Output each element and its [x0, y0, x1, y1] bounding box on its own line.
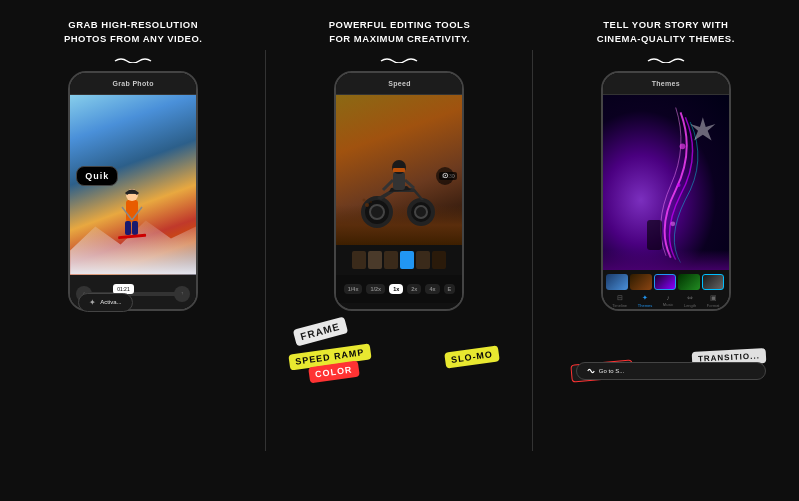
column-speed: POWERFUL EDITING TOOLS FOR MAXIMUM CREAT…: [266, 0, 532, 501]
speed-btn-1x[interactable]: 1x: [389, 284, 403, 294]
strip-6: [432, 251, 446, 269]
light-trails-svg: [603, 100, 729, 270]
column-grab-photo: GRAB HIGH-RESOLUTION PHOTOS FROM ANY VID…: [0, 0, 266, 501]
svg-point-10: [415, 206, 427, 218]
phone-frame-3: Themes: [601, 71, 731, 311]
activate-badge-3[interactable]: Go to S...: [576, 362, 766, 380]
svg-rect-3: [132, 221, 138, 235]
speed-btn-4x[interactable]: 4x: [425, 284, 439, 294]
phone-screen-3: Themes: [603, 73, 729, 309]
speed-btn-half[interactable]: 1/2x: [366, 284, 385, 294]
svg-point-18: [363, 198, 366, 201]
wave-icon: [587, 367, 595, 375]
nav-item-themes[interactable]: ✦ Themes: [638, 294, 652, 308]
skier-svg: [114, 185, 149, 250]
phone-frame-1: Grab Photo: [68, 71, 198, 311]
sticker-slomo: SLO-MO: [445, 345, 501, 368]
timeline-strip: [352, 251, 446, 269]
phone2-icons: ⊙: [436, 167, 454, 185]
strip-4: [400, 251, 414, 269]
main-container: GRAB HIGH-RESOLUTION PHOTOS FROM ANY VID…: [0, 0, 799, 501]
theme-thumbnails: [603, 270, 729, 292]
theme-thumb-3[interactable]: [654, 274, 676, 290]
squiggle-1: [113, 55, 153, 63]
phone2-timeline: [336, 245, 462, 275]
strip-2: [368, 251, 382, 269]
theme-thumb-5[interactable]: [702, 274, 724, 290]
col3-title: TELL YOUR STORY WITH CINEMA-QUALITY THEM…: [597, 18, 735, 47]
speed-btn-quarter[interactable]: 1/4x: [344, 284, 363, 294]
phone3-image: [603, 95, 729, 270]
svg-point-22: [670, 221, 675, 226]
svg-point-17: [365, 203, 369, 207]
format-icon: ▣: [710, 294, 717, 302]
phone3-bottom: ⊟ Timeline ✦ Themes ♪ Music ⇔: [603, 270, 729, 309]
activate-badge-1[interactable]: ✦ Activa...: [78, 293, 132, 312]
strip-1: [352, 251, 366, 269]
col1-title: GRAB HIGH-RESOLUTION PHOTOS FROM ANY VID…: [64, 18, 203, 47]
svg-point-8: [370, 205, 384, 219]
person-silhouette: [647, 220, 662, 250]
quik-badge: Quik: [76, 166, 118, 186]
nav-item-format[interactable]: ▣ Format: [707, 294, 720, 308]
column-themes: TELL YOUR STORY WITH CINEMA-QUALITY THEM…: [533, 0, 799, 501]
phone2-speedbar: 1/4x 1/2x 1x 2x 4x E: [336, 275, 462, 303]
phone3-bar: Themes: [603, 73, 729, 95]
length-icon: ⇔: [687, 294, 693, 302]
phone2-bar: Speed: [336, 73, 462, 95]
bottom-nav: ⊟ Timeline ✦ Themes ♪ Music ⇔: [603, 292, 729, 309]
phone2-image: 00:30 ⊙: [336, 95, 462, 245]
timeline-icon: ⊟: [617, 294, 623, 302]
music-icon: ♪: [666, 294, 670, 301]
speed-btn-2x[interactable]: 2x: [407, 284, 421, 294]
svg-rect-4: [118, 233, 146, 238]
sticker-frame: FRAME: [293, 316, 348, 346]
svg-point-20: [679, 143, 685, 149]
strip-5: [416, 251, 430, 269]
squiggle-3: [646, 55, 686, 63]
svg-point-19: [370, 201, 372, 203]
speed-btn-e[interactable]: E: [444, 284, 456, 294]
camera-icon[interactable]: ⊙: [436, 167, 454, 185]
nav-item-music[interactable]: ♪ Music: [663, 294, 673, 308]
motorcycle-svg: [359, 160, 439, 230]
svg-rect-2: [125, 221, 131, 235]
col2-title: POWERFUL EDITING TOOLS FOR MAXIMUM CREAT…: [329, 18, 471, 47]
strip-3: [384, 251, 398, 269]
themes-icon: ✦: [642, 294, 648, 302]
phone-screen-1: Grab Photo: [70, 73, 196, 309]
nav-item-timeline[interactable]: ⊟ Timeline: [612, 294, 627, 308]
star-icon: ✦: [89, 298, 96, 307]
phone-screen-2: Speed: [336, 73, 462, 309]
theme-thumb-2[interactable]: [630, 274, 652, 290]
svg-rect-14: [393, 168, 405, 172]
svg-rect-0: [126, 200, 138, 222]
theme-thumb-4[interactable]: [678, 274, 700, 290]
svg-point-21: [676, 183, 680, 187]
phone-frame-2: Speed: [334, 71, 464, 311]
phone1-bar: Grab Photo: [70, 73, 196, 95]
svg-rect-11: [393, 172, 405, 190]
squiggle-2: [379, 55, 419, 63]
nav-item-length[interactable]: ⇔ Length: [684, 294, 696, 308]
theme-thumb-1[interactable]: [606, 274, 628, 290]
